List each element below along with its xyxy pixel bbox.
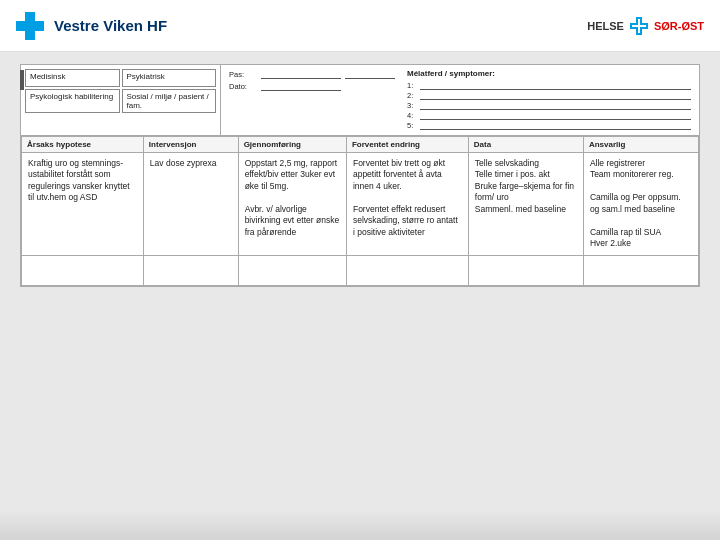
- cell-gjenom: Oppstart 2,5 mg, rapport effekt/biv ette…: [238, 153, 346, 256]
- cell-data: Telle selvskadingTelle timer i pos. aktB…: [468, 153, 583, 256]
- dato-field[interactable]: [261, 81, 341, 91]
- th-gjenom: Gjennomføring: [238, 137, 346, 153]
- form-top: Medisinsk Psykiatrisk Psykologisk habili…: [21, 65, 699, 136]
- num-line-3: 3:: [407, 101, 691, 110]
- form-document: Medisinsk Psykiatrisk Psykologisk habili…: [20, 64, 700, 287]
- num-line-1: 1:: [407, 81, 691, 90]
- table-row: Kraftig uro og stemnings­ustabilitet for…: [22, 153, 699, 256]
- form-top-left: Medisinsk Psykiatrisk Psykologisk habili…: [21, 65, 221, 135]
- num-line-2: 2:: [407, 91, 691, 100]
- form-top-right: Pas: Dato: Mélatferd / symptomer:: [221, 65, 699, 135]
- cell-forvent-empty: [346, 255, 468, 285]
- category-grid: Medisinsk Psykiatrisk Psykologisk habili…: [25, 69, 216, 113]
- th-forvent: Forventet endring: [346, 137, 468, 153]
- cell-ansvar: Alle registrererTeam monitorerer reg.Cam…: [583, 153, 698, 256]
- dato-row: Dato:: [229, 81, 395, 91]
- meld-section: Mélatferd / symptomer: 1: 2: 3: [407, 69, 691, 131]
- helse-logo-icon: [630, 17, 648, 35]
- cell-interv-empty: [143, 255, 238, 285]
- main-table: Årsaks hypotese Intervensjon Gjennomføri…: [21, 136, 699, 286]
- category-psykologisk: Psykologisk habilitering: [25, 89, 120, 113]
- cell-data-empty: [468, 255, 583, 285]
- pas-field2[interactable]: [345, 69, 395, 79]
- th-ansvar: Ansvarlig: [583, 137, 698, 153]
- meld-title: Mélatferd / symptomer:: [407, 69, 691, 78]
- category-psykiatrisk: Psykiatrisk: [122, 69, 217, 87]
- svg-rect-5: [632, 25, 646, 27]
- cell-ansvar-empty: [583, 255, 698, 285]
- numbered-lines: 1: 2: 3: 4:: [407, 81, 691, 130]
- svg-rect-1: [16, 21, 44, 31]
- pas-dato-group: Pas: Dato:: [229, 69, 395, 131]
- helse-label: HELSE: [587, 20, 624, 32]
- dato-label: Dato:: [229, 82, 257, 91]
- header-right: HELSE SØR-ØST: [587, 17, 704, 35]
- cell-interv: Lav dose zyprexa: [143, 153, 238, 256]
- num-line-5: 5:: [407, 121, 691, 130]
- table-row-empty: [22, 255, 699, 285]
- num-line-4: 4:: [407, 111, 691, 120]
- main-content: Medisinsk Psykiatrisk Psykologisk habili…: [0, 52, 720, 540]
- bottom-shadow: [0, 510, 720, 540]
- cell-forvent: Forventet biv trett og økt appetitt forv…: [346, 153, 468, 256]
- header: Vestre Viken HF HELSE SØR-ØST: [0, 0, 720, 52]
- category-medisinsk: Medisinsk: [25, 69, 120, 87]
- cell-gjenom-empty: [238, 255, 346, 285]
- th-data: Data: [468, 137, 583, 153]
- sor-ost-label: SØR-ØST: [654, 20, 704, 32]
- logo-area: Vestre Viken HF: [16, 12, 167, 40]
- pas-field[interactable]: [261, 69, 341, 79]
- th-arsak: Årsaks hypotese: [22, 137, 144, 153]
- th-interv: Intervensjon: [143, 137, 238, 153]
- logo-icon: [16, 12, 44, 40]
- cell-arsak: Kraftig uro og stemnings­ustabilitet for…: [22, 153, 144, 256]
- table-header-row: Årsaks hypotese Intervensjon Gjennomføri…: [22, 137, 699, 153]
- left-indicator: [20, 70, 24, 90]
- category-sosial: Sosial / miljø / pasient / fam.: [122, 89, 217, 113]
- cell-arsak-empty: [22, 255, 144, 285]
- pas-row: Pas:: [229, 69, 395, 79]
- org-name: Vestre Viken HF: [54, 17, 167, 34]
- pas-label: Pas:: [229, 70, 257, 79]
